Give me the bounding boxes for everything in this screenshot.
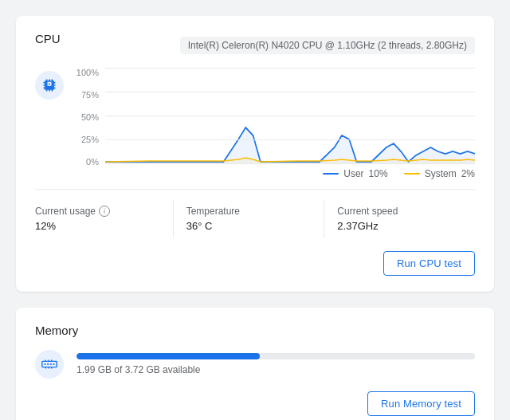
cpu-stats-row: Current usage i 12% Temperature 36° C Cu…: [35, 199, 475, 238]
temperature-label: Temperature: [186, 206, 312, 217]
cpu-chart-area: 100% 75% 50% 25% 0%: [35, 68, 475, 179]
run-memory-test-button[interactable]: Run Memory test: [367, 391, 475, 416]
stat-current-speed: Current speed 2.37GHz: [324, 199, 475, 238]
current-usage-label: Current usage i: [35, 206, 160, 217]
memory-card: Memory 1.99 GB of 3.72 GB available: [16, 308, 494, 420]
memory-bar-container: 1.99 GB of 3.72 GB available: [76, 353, 475, 375]
current-speed-label: Current speed: [337, 206, 462, 217]
grid-line-50: [105, 116, 475, 116]
legend-system-label: System: [425, 168, 457, 179]
svg-rect-2: [47, 363, 49, 365]
cpu-header: CPU Intel(R) Celeron(R) N4020 CPU @ 1.10…: [35, 32, 475, 58]
cpu-divider: [35, 189, 475, 190]
legend-system: System 2%: [404, 168, 475, 179]
legend-user-line: [323, 173, 339, 175]
grid-line-0: [105, 163, 475, 164]
memory-section-title: Memory: [35, 324, 475, 337]
current-speed-value: 2.37GHz: [337, 220, 462, 232]
grid-line-25: [105, 139, 475, 140]
chart-grid: [105, 68, 475, 163]
memory-row: 1.99 GB of 3.72 GB available: [35, 350, 475, 379]
stat-current-usage: Current usage i 12%: [35, 199, 174, 238]
chart-inner: [105, 68, 475, 163]
legend-user: User 10%: [323, 168, 387, 179]
memory-bar-label: 1.99 GB of 3.72 GB available: [76, 364, 475, 375]
cpu-info-badge: Intel(R) Celeron(R) N4020 CPU @ 1.10GHz …: [180, 37, 475, 54]
cpu-chart-container: 100% 75% 50% 25% 0%: [73, 68, 475, 179]
cpu-card: CPU Intel(R) Celeron(R) N4020 CPU @ 1.10…: [16, 16, 494, 292]
cpu-button-row: Run CPU test: [35, 251, 475, 276]
y-axis: 100% 75% 50% 25% 0%: [73, 68, 102, 167]
run-cpu-test-button[interactable]: Run CPU test: [383, 251, 475, 276]
svg-rect-4: [53, 363, 55, 365]
temperature-value: 36° C: [186, 220, 312, 232]
grid-line-75: [105, 92, 475, 92]
svg-rect-1: [45, 363, 46, 365]
memory-icon: [35, 350, 64, 379]
svg-rect-3: [50, 363, 52, 365]
legend-user-label: User: [343, 168, 363, 179]
grid-line-100: [105, 68, 475, 69]
memory-bar-fill: [76, 353, 260, 359]
cpu-section-title: CPU: [35, 32, 61, 45]
legend-user-value: 10%: [369, 168, 388, 179]
info-icon[interactable]: i: [99, 206, 110, 217]
cpu-icon: [35, 71, 64, 100]
legend-system-value: 2%: [461, 168, 475, 179]
chart-legend: User 10% System 2%: [73, 168, 475, 179]
stat-temperature: Temperature 36° C: [174, 199, 325, 238]
current-usage-value: 12%: [35, 220, 160, 232]
memory-bar-track: [76, 353, 475, 359]
memory-button-row: Run Memory test: [35, 391, 475, 416]
legend-system-line: [404, 173, 420, 175]
